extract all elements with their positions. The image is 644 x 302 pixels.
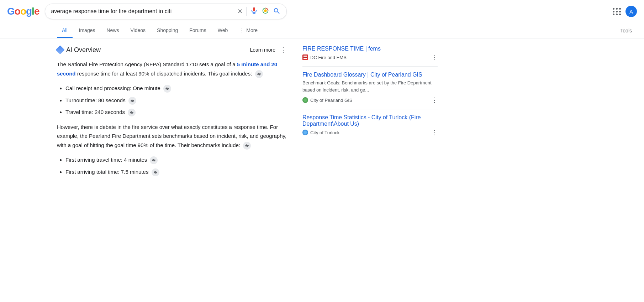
ai-overview-content: The National Fire Protection Agency (NFP…	[57, 60, 288, 176]
ai-overview-title: AI Overview	[57, 46, 101, 54]
paragraph2-link-icon[interactable]	[243, 142, 251, 150]
favicon-fems	[302, 54, 308, 60]
lens-icon[interactable]	[262, 7, 269, 16]
bullet3-link-icon[interactable]	[128, 109, 136, 116]
bullet-3: Travel time: 240 seconds	[65, 108, 288, 117]
bullets-list-2: First arriving travel time: 4 minutes Fi…	[57, 155, 288, 176]
nav-item-all[interactable]: All	[57, 24, 73, 38]
source-card-1: FIRE RESPONSE TIME | fems DC Fire and EM…	[302, 46, 438, 67]
favicon-pearland	[302, 97, 308, 103]
nav-tools[interactable]: Tools	[615, 24, 637, 37]
source-title-3[interactable]: Response Time Statistics - City of Turlo…	[302, 114, 438, 127]
source-desc-2: Benchmark Goals: Benchmarks are set by t…	[302, 79, 438, 93]
source-card-3: Response Time Statistics - City of Turlo…	[302, 109, 438, 141]
source-card-2: Fire Dashboard Glossary | City of Pearla…	[302, 67, 438, 109]
nav-item-shopping[interactable]: Shopping	[152, 24, 183, 38]
ai-overview-actions: Learn more ⋮	[250, 46, 288, 54]
bullet-2: Turnout time: 80 seconds	[65, 96, 288, 105]
header: Google ✕	[0, 0, 644, 23]
ai-paragraph-1: The National Fire Protection Agency (NFP…	[57, 60, 288, 78]
svg-rect-5	[303, 57, 307, 58]
nav-item-forums[interactable]: Forums	[184, 24, 211, 38]
ai-diamond-icon	[56, 45, 64, 54]
bullet-5: First arriving total time: 7.5 minutes	[65, 167, 288, 177]
source-title-1[interactable]: FIRE RESPONSE TIME | fems	[302, 46, 438, 52]
bullet-1-text: Call receipt and processing: One minute	[65, 85, 160, 91]
bullet1-link-icon[interactable]	[163, 85, 171, 93]
avatar[interactable]: A	[625, 6, 637, 17]
nav-item-images[interactable]: Images	[74, 24, 100, 38]
search-button[interactable]	[273, 7, 281, 16]
ai-overview-section: AI Overview Learn more ⋮ The National Fi…	[57, 46, 288, 176]
source-site-name-3: City of Turlock	[310, 130, 339, 135]
source-title-2[interactable]: Fire Dashboard Glossary | City of Pearla…	[302, 72, 438, 78]
ai-overview-more-icon[interactable]: ⋮	[278, 46, 288, 54]
main-content: AI Overview Learn more ⋮ The National Fi…	[0, 38, 644, 187]
bullet-4-text: First arriving travel time: 4 minutes	[65, 157, 147, 163]
svg-rect-6	[303, 58, 307, 59]
bullet-2-text: Turnout time: 80 seconds	[65, 97, 126, 103]
nav-item-web[interactable]: Web	[213, 24, 233, 38]
source-site-name-2: City of Pearland GIS	[310, 98, 353, 103]
source-footer-2: City of Pearland GIS ⋮	[302, 96, 438, 104]
source-footer-3: City of Turlock ⋮	[302, 129, 438, 136]
nav-item-news[interactable]: News	[101, 24, 124, 38]
source-site-1: DC Fire and EMS	[302, 54, 347, 60]
bullet-1: Call receipt and processing: One minute	[65, 84, 288, 93]
source-footer-1: DC Fire and EMS ⋮	[302, 53, 438, 61]
search-input[interactable]	[51, 8, 234, 15]
bullet2-link-icon[interactable]	[128, 97, 136, 105]
source-site-name-1: DC Fire and EMS	[310, 55, 347, 60]
nav-item-videos[interactable]: Videos	[126, 24, 151, 38]
search-bar: ✕	[45, 4, 287, 19]
nav-item-more[interactable]: ⋮ More	[234, 23, 263, 38]
microphone-icon[interactable]	[250, 7, 258, 16]
bullet-3-text: Travel time: 240 seconds	[65, 109, 125, 115]
bullets-list-1: Call receipt and processing: One minute …	[57, 84, 288, 117]
svg-point-3	[264, 9, 267, 12]
source-more-icon-1[interactable]: ⋮	[431, 53, 438, 61]
apps-grid-icon[interactable]	[613, 8, 621, 15]
left-column: AI Overview Learn more ⋮ The National Fi…	[57, 46, 288, 180]
bullet5-link-icon[interactable]	[152, 168, 159, 176]
ai-overview-header: AI Overview Learn more ⋮	[57, 46, 288, 54]
header-right: A	[613, 6, 637, 17]
source-site-3: City of Turlock	[302, 130, 339, 135]
bullet4-link-icon[interactable]	[150, 156, 158, 164]
google-logo: Google	[7, 6, 39, 17]
bullet-5-text: First arriving total time: 7.5 minutes	[65, 169, 148, 175]
paragraph1-link-icon[interactable]	[255, 70, 263, 78]
bullet-4: First arriving travel time: 4 minutes	[65, 155, 288, 165]
search-divider	[246, 7, 247, 16]
more-dots-icon: ⋮	[239, 27, 245, 33]
svg-rect-4	[303, 56, 307, 57]
clear-icon[interactable]: ✕	[237, 7, 243, 15]
right-column: FIRE RESPONSE TIME | fems DC Fire and EM…	[302, 46, 438, 180]
source-more-icon-2[interactable]: ⋮	[431, 96, 438, 104]
ai-text-1a: The National Fire Protection Agency (NFP…	[57, 61, 237, 67]
ai-text-1b: response time for at least 90% of dispat…	[76, 71, 252, 77]
source-site-2: City of Pearland GIS	[302, 97, 353, 103]
ai-paragraph-2: However, there is debate in the fire ser…	[57, 123, 288, 150]
svg-rect-1	[253, 7, 255, 11]
favicon-turlock	[302, 130, 308, 135]
learn-more-link[interactable]: Learn more	[250, 47, 275, 53]
source-more-icon-3[interactable]: ⋮	[431, 129, 438, 136]
search-nav: All Images News Videos Shopping Forums W…	[0, 23, 644, 38]
ai-text-2: However, there is debate in the fire ser…	[57, 124, 286, 148]
ai-overview-label: AI Overview	[66, 46, 101, 54]
